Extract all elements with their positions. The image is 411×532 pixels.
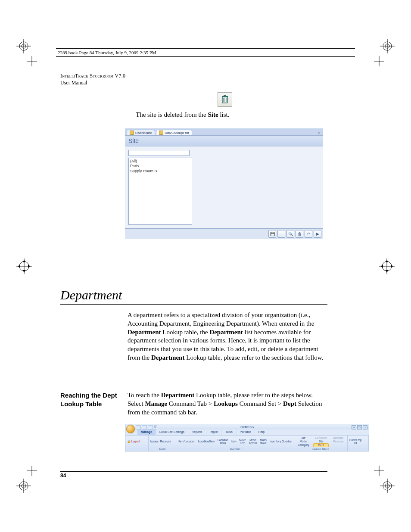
ribbon-item[interactable]: MoveItem bbox=[239, 439, 246, 445]
delete-button[interactable]: 🗑 bbox=[296, 230, 303, 238]
group-items: Issues Receipts bbox=[150, 436, 174, 447]
lookup-measure: Measure bbox=[331, 440, 346, 443]
group-label: Stock bbox=[150, 448, 174, 450]
lookup-account: Account bbox=[331, 436, 346, 439]
close-tab-button[interactable]: x bbox=[316, 131, 321, 135]
delete-button[interactable] bbox=[218, 92, 232, 107]
next-button[interactable]: → bbox=[277, 230, 285, 238]
logout-group: 🔒 Logout bbox=[125, 436, 149, 451]
svg-marker-22 bbox=[28, 265, 31, 268]
running-head: 2289.book Page 84 Thursday, July 9, 2009… bbox=[56, 48, 355, 57]
qat-button[interactable] bbox=[136, 425, 141, 429]
product-name: IntelliTrack Stockroom V7.0 bbox=[60, 72, 125, 79]
qat-button[interactable] bbox=[148, 425, 153, 429]
group-items: Mfr Condition Account Model Site Measure… bbox=[296, 436, 346, 447]
page-number: 84 bbox=[60, 473, 66, 479]
tab-help[interactable]: Help bbox=[255, 429, 268, 435]
issues-button[interactable]: Issues bbox=[150, 440, 159, 443]
svg-marker-29 bbox=[391, 265, 393, 268]
lookup-category[interactable]: Category bbox=[296, 443, 311, 447]
ribbon-item[interactable]: Inventory Queries bbox=[269, 440, 291, 443]
ribbon-item[interactable]: Item/Location bbox=[178, 440, 195, 443]
crop-mark-icon bbox=[380, 479, 395, 493]
svg-marker-21 bbox=[18, 265, 20, 268]
ribbon-item[interactable]: MoveItemID bbox=[249, 439, 257, 445]
svg-marker-26 bbox=[386, 260, 388, 262]
save-button[interactable]: 💾 bbox=[268, 230, 276, 238]
svg-marker-19 bbox=[23, 260, 25, 262]
ribbon-tabs: Manage Local Site Settings Reports Impor… bbox=[125, 429, 369, 436]
svg-marker-28 bbox=[380, 265, 383, 268]
cross-mark-icon bbox=[374, 56, 384, 66]
list-item[interactable]: Paris bbox=[130, 164, 190, 168]
tab-portable[interactable]: Portable bbox=[237, 429, 255, 435]
svg-marker-27 bbox=[386, 270, 388, 273]
inventory-group: Item/Location Location/Item LocationData… bbox=[176, 436, 294, 451]
find-button[interactable]: 🔍 bbox=[286, 230, 294, 238]
panel-title: Site bbox=[125, 136, 323, 146]
tab-label: UnivLookupFrm bbox=[165, 131, 189, 135]
ribbon-body: 🔒 Logout Issues Receipts Stock Item/Loca… bbox=[125, 436, 369, 451]
lookup-model[interactable]: Model bbox=[296, 440, 311, 443]
manual-label: User Manual bbox=[60, 79, 125, 86]
site-listbox[interactable]: (All) Paris Supply Room B bbox=[128, 158, 192, 225]
ribbon-item[interactable]: MassMove bbox=[260, 439, 267, 445]
manual-page: 2289.book Page 84 Thursday, July 9, 2009… bbox=[0, 0, 411, 532]
site-search-input[interactable] bbox=[128, 150, 190, 156]
list-item[interactable]: (All) bbox=[130, 159, 190, 164]
svg-rect-42 bbox=[222, 96, 228, 97]
tab-label: Dashboard bbox=[135, 131, 152, 135]
lookup-mfr[interactable]: Mfr bbox=[296, 436, 311, 439]
lookup-dept[interactable]: Dept bbox=[313, 443, 329, 447]
qat-button[interactable] bbox=[142, 425, 147, 429]
ribbon-screenshot: ▾ IntelliTrack – □ x Manage Local Site S… bbox=[125, 424, 369, 451]
tab-manage[interactable]: Manage bbox=[137, 429, 156, 435]
undo-button[interactable]: ↶ bbox=[305, 230, 312, 238]
window-tabbar: Dashboard UnivLookupFrm x bbox=[125, 128, 323, 136]
go-button[interactable]: ▶ bbox=[314, 230, 321, 238]
app-orb-icon[interactable] bbox=[126, 425, 135, 433]
qat-dropdown[interactable]: ▾ bbox=[154, 425, 157, 429]
page-header: IntelliTrack Stockroom V7.0 User Manual bbox=[60, 72, 125, 86]
crop-mark-icon bbox=[16, 39, 31, 53]
ribbon-item[interactable]: LocationData bbox=[218, 439, 228, 445]
custemp-button: Cust/EmpID bbox=[349, 439, 362, 445]
panel-body: (All) Paris Supply Room B bbox=[125, 146, 323, 229]
tab-local-site[interactable]: Local Site Settings bbox=[156, 429, 188, 435]
app-title: IntelliTrack bbox=[240, 426, 255, 429]
tab-import[interactable]: Import bbox=[206, 429, 222, 435]
crop-mark-icon bbox=[16, 479, 31, 493]
custemp-group: Cust/EmpID bbox=[348, 436, 369, 451]
tab-univlookup[interactable]: UnivLookupFrm bbox=[156, 130, 192, 135]
close-button[interactable]: x bbox=[363, 425, 367, 429]
sidehead-reaching-dept: Reaching the Dept Lookup Table bbox=[60, 391, 121, 408]
receipts-button[interactable]: Receipts bbox=[160, 440, 171, 443]
footer-rule bbox=[60, 471, 327, 472]
maximize-button[interactable]: □ bbox=[357, 425, 362, 429]
window-controls: – □ x bbox=[352, 425, 367, 429]
form-icon bbox=[130, 131, 134, 135]
list-item[interactable]: Supply Room B bbox=[130, 169, 190, 174]
group-label: Inventory bbox=[178, 448, 292, 450]
trash-icon bbox=[221, 95, 229, 104]
lookup-site[interactable]: Site bbox=[313, 440, 329, 443]
delete-confirmation-text: The site is deleted from the Site list. bbox=[136, 111, 229, 118]
group-label: Lookup Tables bbox=[296, 448, 346, 450]
group-items: Item/Location Location/Item LocationData… bbox=[178, 436, 292, 447]
reaching-dept-paragraph: To reach the Department Lookup table, pl… bbox=[128, 391, 327, 417]
ribbon-item[interactable]: Item bbox=[231, 440, 237, 443]
logout-button[interactable]: 🔒 Logout bbox=[127, 440, 140, 443]
minimize-button[interactable]: – bbox=[352, 425, 356, 429]
lookup-condition: Condition bbox=[313, 436, 329, 439]
stock-group: Issues Receipts Stock bbox=[149, 436, 176, 451]
group-items: Cust/EmpID bbox=[349, 436, 367, 447]
cross-mark-icon bbox=[27, 56, 37, 66]
tab-dashboard[interactable]: Dashboard bbox=[127, 130, 155, 135]
tab-reports[interactable]: Reports bbox=[188, 429, 206, 435]
group-items: 🔒 Logout bbox=[127, 436, 146, 447]
ribbon-item[interactable]: Location/Item bbox=[198, 440, 215, 443]
tab-tools[interactable]: Tools bbox=[222, 429, 236, 435]
quick-access-toolbar: ▾ bbox=[136, 425, 157, 429]
crop-mark-icon bbox=[380, 39, 395, 53]
titlebar: ▾ IntelliTrack – □ x bbox=[125, 424, 369, 429]
